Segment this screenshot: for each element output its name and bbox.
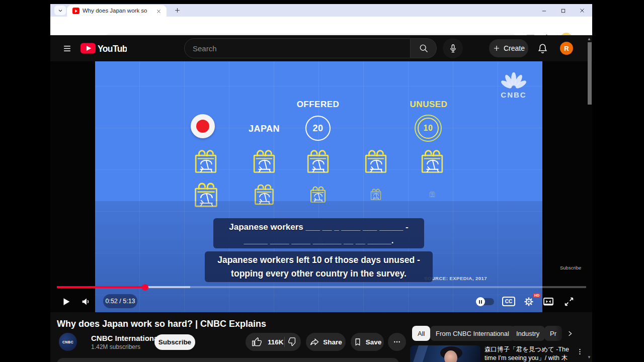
search-icon bbox=[419, 43, 429, 53]
autoplay-knob-pause-icon bbox=[476, 297, 485, 306]
play-icon bbox=[60, 296, 71, 307]
voice-search-button[interactable] bbox=[443, 38, 463, 58]
share-icon bbox=[309, 337, 319, 347]
window-minimize-button[interactable] bbox=[536, 7, 551, 14]
window-close-button[interactable] bbox=[575, 7, 590, 14]
play-button[interactable] bbox=[59, 295, 72, 308]
description-box[interactable] bbox=[57, 358, 399, 362]
window-maximize-button[interactable] bbox=[555, 7, 571, 14]
chips-scroll-right-button[interactable] bbox=[563, 327, 576, 340]
share-button[interactable]: Share bbox=[306, 333, 346, 351]
thumb-up-icon bbox=[252, 337, 262, 347]
caption-blanks-line2: _____ ____ ____ ______ __ __ _____. bbox=[213, 234, 424, 247]
chevron-down-icon bbox=[58, 8, 63, 13]
subscriber-count: 1.42M subscribers bbox=[91, 343, 140, 350]
tab-search-button[interactable] bbox=[54, 6, 66, 15]
browser-toolbar: youtube.com/watch?v=9Y-YJEtxHeo bbox=[50, 17, 592, 35]
youtube-favicon bbox=[72, 8, 79, 14]
microphone-icon bbox=[448, 44, 458, 53]
offered-label: OFFERED bbox=[293, 100, 343, 110]
share-label: Share bbox=[323, 338, 342, 346]
hd-quality-badge: HD bbox=[533, 293, 540, 298]
channel-avatar[interactable]: CNBC bbox=[59, 333, 77, 351]
search-box[interactable] bbox=[184, 38, 411, 58]
video-title: Why does Japan work so hard? | CNBC Expl… bbox=[57, 319, 266, 329]
chip-all[interactable]: All bbox=[412, 326, 430, 341]
cnbc-peacock-icon bbox=[498, 72, 529, 90]
miniplayer-icon bbox=[542, 296, 554, 308]
like-button[interactable] bbox=[246, 333, 268, 351]
vacation-calendar-icon bbox=[251, 147, 278, 174]
video-player[interactable]: CNBC JAPAN OFFERED 20 UNUSED 10 SOUR bbox=[50, 61, 592, 312]
create-label: Create bbox=[504, 44, 525, 52]
progress-bar-played bbox=[57, 286, 145, 288]
browser-window: Why does Japan work so hard bbox=[50, 4, 592, 362]
suggested-video-thumbnail[interactable] bbox=[410, 345, 480, 362]
vacation-calendar-icon bbox=[369, 188, 382, 201]
subscribe-button[interactable]: Subscribe bbox=[154, 334, 195, 350]
browser-tab[interactable]: Why does Japan work so hard bbox=[67, 5, 167, 17]
maximize-icon bbox=[560, 8, 566, 14]
more-actions-button[interactable] bbox=[388, 333, 406, 351]
save-button[interactable]: Save bbox=[351, 333, 384, 351]
dislike-button[interactable] bbox=[285, 333, 301, 351]
tab-strip: Why does Japan work so hard bbox=[50, 4, 592, 17]
vacation-calendar-icon bbox=[192, 147, 219, 174]
hamburger-icon bbox=[62, 44, 72, 53]
like-count: 116K bbox=[268, 338, 284, 346]
scrollbar-down-arrow[interactable]: ▼ bbox=[586, 355, 592, 359]
search-button[interactable] bbox=[411, 38, 437, 58]
volume-button[interactable] bbox=[79, 295, 93, 308]
plus-icon bbox=[493, 44, 501, 52]
suggested-title-line1: 森口博子「君を見つめて -The bbox=[485, 345, 571, 354]
youtube-logo[interactable]: YouTube bbox=[80, 42, 127, 54]
progress-bar-scrubber[interactable] bbox=[142, 284, 148, 291]
bell-icon bbox=[537, 43, 548, 54]
account-avatar[interactable]: R bbox=[560, 42, 573, 55]
japan-flag-icon bbox=[191, 114, 215, 138]
speaker-icon bbox=[80, 296, 92, 307]
caption-text-line2: topping every other country in the surve… bbox=[205, 267, 433, 281]
scrollbar-thumb[interactable] bbox=[588, 42, 592, 105]
tab-close-icon[interactable] bbox=[154, 7, 163, 15]
suggested-video-menu-kebab-icon[interactable] bbox=[575, 347, 584, 356]
captions-button[interactable]: CC bbox=[502, 297, 515, 306]
miniplayer-button[interactable] bbox=[542, 295, 555, 308]
cnbc-logo: CNBC bbox=[498, 72, 529, 100]
vacation-calendar-icon bbox=[304, 147, 332, 174]
gear-icon bbox=[523, 296, 534, 307]
time-display: 0:52 / 5:13 bbox=[103, 294, 137, 308]
channel-name-text: CNBC International bbox=[91, 334, 160, 342]
unused-days-circle: 10 bbox=[418, 118, 439, 139]
chip-from-channel[interactable]: From CNBC International bbox=[430, 326, 515, 341]
create-button[interactable]: Create bbox=[489, 39, 528, 57]
bookmark-icon bbox=[353, 337, 362, 346]
offered-days-circle: 20 bbox=[305, 116, 331, 141]
thumb-down-icon bbox=[288, 337, 298, 347]
unused-label: UNUSED bbox=[404, 100, 454, 110]
chip-industry[interactable]: Industry bbox=[511, 326, 545, 341]
source-note: SOURCE: EXPEDIA, 2017 bbox=[424, 276, 487, 281]
suggested-title-line2: time I'm seeing you」/ with 木 bbox=[485, 354, 571, 362]
new-tab-button[interactable] bbox=[173, 6, 182, 15]
caption-text-line1: Japanese workers left 10 of those days u… bbox=[205, 253, 433, 267]
save-label: Save bbox=[366, 338, 382, 346]
vacation-calendar-icon bbox=[419, 147, 446, 174]
vacation-calendar-icon bbox=[429, 191, 436, 198]
suggested-video-title[interactable]: 森口博子「君を見つめて -The time I'm seeing you」/ w… bbox=[485, 345, 571, 362]
guide-menu-button[interactable] bbox=[62, 43, 72, 53]
country-label: JAPAN bbox=[244, 124, 284, 134]
autoplay-toggle[interactable] bbox=[477, 298, 494, 305]
fullscreen-button[interactable] bbox=[562, 295, 576, 308]
channel-watermark-subscribe[interactable]: Subscribe bbox=[560, 265, 581, 270]
notifications-button[interactable] bbox=[536, 42, 548, 54]
chevron-right-icon bbox=[566, 330, 574, 337]
thumbnail-figure-face bbox=[444, 350, 457, 362]
scrollbar-up-arrow[interactable]: ▲ bbox=[586, 37, 592, 41]
thumbnail-light-beam bbox=[410, 345, 428, 362]
ellipsis-icon bbox=[393, 338, 401, 346]
youtube-page: YouTube Create R bbox=[50, 35, 592, 362]
close-icon bbox=[579, 8, 585, 14]
fullscreen-icon bbox=[564, 296, 575, 307]
search-input[interactable] bbox=[193, 44, 394, 53]
